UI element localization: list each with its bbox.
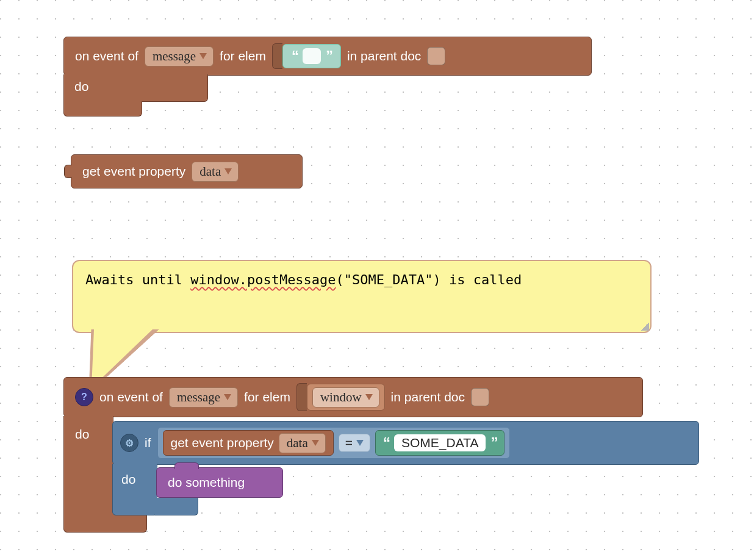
output-notch [64,165,72,178]
label-on-event-of: on event of [75,49,138,63]
help-icon[interactable]: ? [75,388,93,406]
label-get-event-property: get event property [171,436,274,450]
close-quote-icon: ” [490,434,497,451]
string-input[interactable] [303,48,321,64]
elem-value: window [320,390,362,405]
comment-bubble[interactable]: Awaits until window.postMessage("SOME_DA… [72,260,652,333]
comparator-dropdown[interactable]: = [339,434,370,452]
property-value: data [199,164,221,179]
label-in-parent-doc: in parent doc [347,49,421,63]
event-listener-block[interactable]: on event of message for elem “ ” in pare… [63,37,592,76]
string-literal-block[interactable]: “ ” [282,44,341,68]
label-do-something: do something [168,475,245,490]
if-do-spine-foot [155,498,198,515]
event-type-dropdown[interactable]: message [169,387,238,407]
chevron-down-icon [312,440,319,446]
property-dropdown[interactable]: data [279,433,326,453]
string-literal-block[interactable]: “ SOME_DATA ” [375,430,504,456]
comment-text-post: ("SOME_DATA") is called [336,272,522,287]
label-on-event-of: on event of [99,390,163,404]
chevron-down-icon [356,440,364,446]
elem-reference-block[interactable]: window [307,384,385,411]
open-quote-icon: “ [292,48,298,65]
label-if: if [145,436,151,450]
do-spine-foot [111,514,147,533]
block-tab [174,462,199,469]
property-value: data [287,436,308,451]
chevron-down-icon [365,394,373,400]
get-event-property-inner[interactable]: get event property data [163,430,334,456]
resize-handle-icon[interactable] [641,322,649,331]
event-type-value: message [153,49,196,64]
property-dropdown[interactable]: data [192,162,239,182]
get-event-property-block[interactable]: get event property data [71,154,303,188]
if-do-spine: do [112,464,157,515]
chevron-down-icon [224,168,232,174]
do-arm: do [63,74,111,117]
close-quote-icon: ” [326,48,332,65]
do-label: do [74,79,88,94]
label-get-event-property: get event property [82,164,185,179]
elem-dropdown[interactable]: window [312,387,379,407]
label-in-parent-doc: in parent doc [391,390,465,404]
parent-doc-checkbox[interactable] [427,47,445,65]
do-something-block[interactable]: do something [156,467,283,498]
event-listener-block-2[interactable]: ? on event of message for elem window in… [63,377,643,417]
do-label: do [121,472,135,487]
string-value[interactable]: SOME_DATA [394,434,486,451]
gear-icon[interactable]: ⚙ [120,434,138,452]
compare-block[interactable]: get event property data = “ SOME_DATA ” [157,427,511,459]
event-type-value: message [177,390,220,405]
input-socket-notch [272,43,282,69]
chevron-down-icon [199,53,207,59]
if-block[interactable]: ⚙ if get event property data = “ SOME_DA… [112,421,699,465]
do-label: do [75,427,89,442]
event-type-dropdown[interactable]: message [145,46,214,66]
open-quote-icon: “ [383,434,389,451]
comparator-value: = [345,436,353,450]
input-socket-notch [296,383,307,411]
do-spine: do [63,416,113,533]
label-for-elem: for elem [244,390,290,404]
parent-doc-checkbox[interactable] [471,388,489,406]
comment-text-pre: Awaits until [85,272,190,287]
label-for-elem: for elem [220,49,266,63]
comment-text-wavy: window.postMessage [190,272,336,287]
chevron-down-icon [224,394,231,400]
